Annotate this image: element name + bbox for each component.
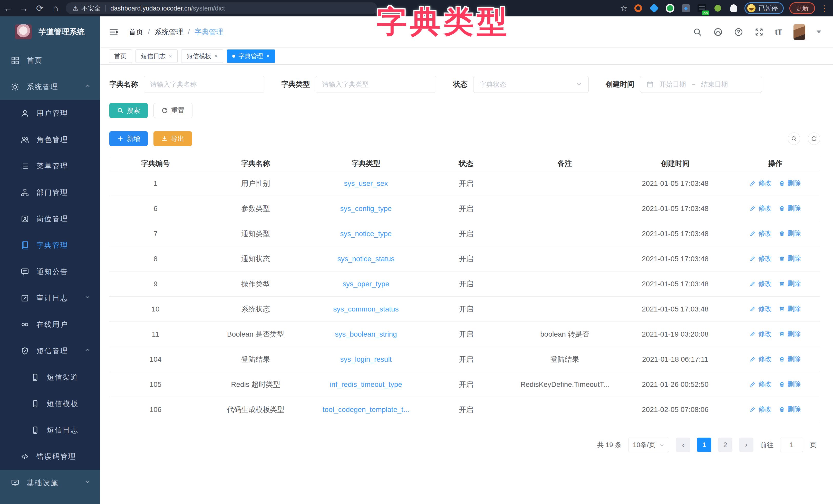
dict-type-link[interactable]: sys_login_result [340,355,392,363]
add-button[interactable]: 新增 [109,131,148,146]
dict-type-link[interactable]: sys_oper_type [342,280,389,288]
close-icon[interactable]: × [266,53,270,60]
sidebar-item-post-management[interactable]: 岗位管理 [0,206,100,232]
dict-type-link[interactable]: sys_notice_type [340,230,392,238]
sidebar-item-menu-management[interactable]: 菜单管理 [0,153,100,179]
tab-sms-log[interactable]: 短信日志 × [136,49,177,63]
edit-action[interactable]: 修改 [749,279,772,288]
dict-name-input[interactable] [144,76,264,93]
sidebar-item-sms-log[interactable]: 短信日志 [0,417,100,443]
profile-paused-pill[interactable]: 已暂停 [744,2,784,14]
browser-back-icon[interactable]: ← [0,3,16,13]
edit-action[interactable]: 修改 [749,204,772,213]
delete-action[interactable]: 删除 [779,279,801,288]
search-button[interactable]: 搜索 [109,103,148,118]
dict-type-link[interactable]: inf_redis_timeout_type [330,380,402,388]
sidebar-item-dict-management[interactable]: 字典管理 [0,232,100,258]
tab-sms-template[interactable]: 短信模板 × [181,49,223,63]
close-icon[interactable]: × [169,53,172,60]
log-edit-icon [21,294,29,303]
user-avatar[interactable] [793,24,805,40]
page-button-2[interactable]: 2 [718,437,732,452]
delete-action[interactable]: 删除 [779,179,801,188]
prev-page-button[interactable]: ‹ [676,437,690,452]
sidebar-item-system-management[interactable]: 系统管理 [0,74,100,100]
bookmark-star-icon[interactable]: ☆ [620,3,627,13]
delete-action[interactable]: 删除 [779,405,801,414]
dict-type-link[interactable]: sys_config_type [340,205,392,212]
edit-action[interactable]: 修改 [749,380,772,388]
delete-action[interactable]: 删除 [779,229,801,238]
browser-reload-icon[interactable]: ⟳ [32,3,48,13]
delete-action[interactable]: 删除 [779,329,801,338]
browser-update-button[interactable]: 更新 [789,2,815,14]
status-select[interactable]: 字典状态 [473,76,589,93]
date-range-picker[interactable]: 开始日期 ~ 结束日期 [640,76,762,93]
refresh-table-button[interactable] [808,132,820,145]
sidebar-item-home[interactable]: 首页 [0,47,100,74]
page-size-select[interactable]: 10条/页 [628,437,669,452]
delete-action[interactable]: 删除 [779,254,801,263]
extension-icon-1[interactable] [633,3,643,13]
delete-action[interactable]: 删除 [779,380,801,388]
dict-type-link[interactable]: sys_common_status [333,305,399,313]
extension-icon-5[interactable]: on [697,3,707,13]
hamburger-menu-icon[interactable] [109,27,119,37]
edit-action[interactable]: 修改 [749,179,772,188]
avatar-caret-down-icon[interactable] [816,30,821,33]
edit-action[interactable]: 修改 [749,304,772,313]
delete-action[interactable]: 删除 [779,204,801,213]
edit-action[interactable]: 修改 [749,355,772,363]
dict-type-link[interactable]: tool_codegen_template_t... [323,406,409,413]
sidebar-item-sms-management[interactable]: 短信管理 [0,337,100,364]
font-size-icon[interactable]: tT [775,28,782,36]
extension-icon-3[interactable] [665,3,675,13]
delete-action[interactable]: 删除 [779,304,801,313]
edit-action[interactable]: 修改 [749,405,772,414]
address-bar[interactable]: ⚠ 不安全 dashboard.yudao.iocoder.cn/system/… [66,2,378,14]
goto-page-input[interactable] [780,437,803,452]
breadcrumb-home[interactable]: 首页 [129,27,143,37]
sidebar-item-audit-log[interactable]: 审计日志 [0,285,100,311]
sidebar-item-sms-template[interactable]: 短信模板 [0,390,100,417]
edit-action[interactable]: 修改 [749,254,772,263]
github-icon[interactable] [713,27,723,37]
sidebar-item-department-management[interactable]: 部门管理 [0,179,100,206]
extension-icon-6[interactable] [713,3,723,13]
page-button-1[interactable]: 1 [697,437,711,452]
browser-home-icon[interactable]: ⌂ [48,3,64,13]
delete-action[interactable]: 删除 [779,355,801,363]
user-icon [21,109,29,118]
fullscreen-icon[interactable] [755,27,764,37]
sidebar-item-notice[interactable]: 通知公告 [0,258,100,285]
extension-icon-4[interactable]: ◆ [681,3,691,13]
sidebar-item-infrastructure[interactable]: 基础设施 [0,470,100,496]
tab-dict-management[interactable]: 字典管理 × [227,49,275,63]
next-page-button[interactable]: › [739,437,754,452]
close-icon[interactable]: × [214,53,218,60]
dict-type-link[interactable]: sys_user_sex [344,179,388,187]
edit-action[interactable]: 修改 [749,329,772,338]
dict-type-link[interactable]: sys_notice_status [337,255,395,263]
help-icon[interactable] [734,27,743,37]
sidebar-item-role-management[interactable]: 角色管理 [0,126,100,153]
extension-icon-7[interactable] [729,3,739,13]
browser-forward-icon[interactable]: → [16,3,32,13]
edit-action[interactable]: 修改 [749,229,772,238]
extension-icon-2[interactable] [649,3,659,13]
tab-home[interactable]: 首页 [109,49,132,63]
search-icon[interactable] [693,27,702,37]
export-button[interactable]: 导出 [153,131,192,146]
sidebar-item-online-users[interactable]: 在线用户 [0,311,100,337]
toggle-search-button[interactable] [788,132,800,145]
sidebar-item-user-management[interactable]: 用户管理 [0,100,100,126]
sidebar-item-sms-channel[interactable]: 短信渠道 [0,364,100,390]
app-logo-row[interactable]: 芋道管理系统 [0,17,100,47]
breadcrumb-system[interactable]: 系统管理 [154,27,183,37]
pagination: 共 19 条 10条/页 ‹ 1 2 › 前往 页 [109,437,820,452]
reset-button[interactable]: 重置 [153,103,192,118]
dict-type-input[interactable] [316,76,436,93]
sidebar-item-error-code[interactable]: 错误码管理 [0,443,100,470]
dict-type-link[interactable]: sys_boolean_string [335,330,397,338]
browser-menu-icon[interactable]: ⋮ [821,4,828,13]
